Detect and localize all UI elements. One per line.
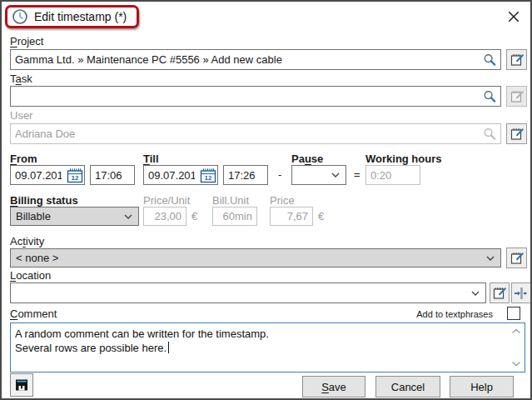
text-cursor [168, 342, 169, 353]
billing-status-combobox[interactable]: Billable [10, 207, 139, 226]
working-hours-label: Working hours [365, 152, 441, 165]
till-label: Till [143, 152, 159, 165]
location-label: Location [10, 269, 51, 282]
price-unit-input [144, 208, 186, 225]
add-to-textphrases-checkbox[interactable] [507, 307, 520, 320]
edit-icon [510, 251, 525, 266]
close-icon[interactable] [507, 10, 520, 23]
location-edit-button[interactable] [490, 282, 510, 303]
activity-edit-button[interactable] [506, 248, 527, 268]
bill-unit-label: Bill.Unit [212, 194, 249, 207]
till-date-input[interactable] [144, 166, 199, 184]
project-input[interactable] [11, 50, 480, 69]
location-insert-button[interactable] [511, 282, 531, 303]
bill-unit-input [213, 208, 256, 225]
project-label: Project [10, 35, 43, 48]
dialog-title: Edit timestamp (*) [34, 10, 127, 23]
till-date-field[interactable] [143, 165, 218, 185]
activity-label: Activity [10, 235, 44, 248]
user-input [11, 124, 480, 143]
comment-line: Several rows are possible here. [15, 341, 508, 355]
comment-textarea[interactable]: A random comment can be written for the … [10, 322, 525, 372]
scroll-down-icon[interactable] [511, 361, 521, 367]
till-time-field[interactable] [223, 165, 268, 185]
bill-unit-field [212, 207, 257, 226]
search-icon[interactable] [483, 89, 497, 103]
price-unit-field [143, 207, 186, 226]
edit-icon [492, 286, 507, 301]
add-to-textphrases-label: Add to textphrases [368, 309, 493, 319]
chevron-down-icon [331, 172, 340, 178]
search-icon[interactable] [483, 52, 497, 67]
from-date-field[interactable] [10, 165, 85, 185]
price-currency: € [318, 210, 324, 222]
user-field [10, 123, 501, 144]
clock-icon [12, 8, 28, 25]
pause-combobox[interactable] [291, 165, 346, 185]
edit-timestamp-dialog: Edit timestamp (*) Project Task User Fro… [0, 0, 532, 400]
chevron-down-icon [124, 214, 132, 219]
calendar-icon [67, 168, 83, 183]
from-date-input[interactable] [11, 166, 66, 184]
comment-line: A random comment can be written for the … [15, 327, 508, 341]
till-time-input[interactable] [224, 166, 267, 184]
from-label: From [10, 152, 37, 165]
task-input[interactable] [11, 87, 480, 106]
save-button[interactable]: Save [302, 376, 365, 398]
pause-label: Pause [291, 152, 323, 165]
user-edit-button[interactable] [506, 123, 527, 144]
project-edit-button[interactable] [506, 49, 527, 70]
task-field[interactable] [10, 86, 501, 107]
minus-sign: - [278, 168, 281, 181]
price-unit-currency: € [191, 210, 197, 222]
activity-combobox[interactable]: < none > [10, 248, 501, 268]
cancel-button[interactable]: Cancel [375, 376, 440, 398]
edit-icon [510, 89, 525, 104]
billing-status-value: Billable [16, 210, 51, 222]
price-input [271, 208, 312, 225]
arrow-into-bar-icon [514, 286, 529, 301]
title-highlight-annotation: Edit timestamp (*) [5, 5, 139, 28]
task-label: Task [10, 72, 32, 85]
floppy-disk-icon [14, 378, 29, 392]
equals-sign: = [354, 168, 360, 181]
chevron-down-icon [486, 256, 495, 261]
activity-value: < none > [16, 252, 58, 264]
till-date-picker-button[interactable] [199, 167, 216, 183]
billing-status-label: Billing status [10, 194, 78, 207]
from-date-picker-button[interactable] [66, 167, 83, 183]
price-unit-label: Price/Unit [143, 194, 190, 207]
price-label: Price [270, 194, 295, 207]
edit-icon [510, 52, 525, 68]
price-field [270, 207, 313, 226]
calendar-icon [200, 168, 216, 183]
quick-save-button[interactable] [10, 373, 33, 397]
help-button[interactable]: Help [450, 376, 514, 398]
working-hours-field [365, 165, 420, 185]
comment-label: Comment [10, 308, 57, 320]
task-edit-button [506, 86, 527, 107]
search-icon [483, 127, 497, 141]
scroll-up-icon[interactable] [511, 328, 521, 334]
location-combobox[interactable] [10, 282, 486, 303]
chevron-down-icon [471, 291, 480, 296]
project-field[interactable] [10, 49, 501, 70]
edit-icon [510, 127, 525, 142]
from-time-input[interactable] [91, 166, 134, 184]
working-hours-input [366, 166, 420, 184]
user-label: User [10, 109, 32, 122]
from-time-field[interactable] [90, 165, 135, 185]
